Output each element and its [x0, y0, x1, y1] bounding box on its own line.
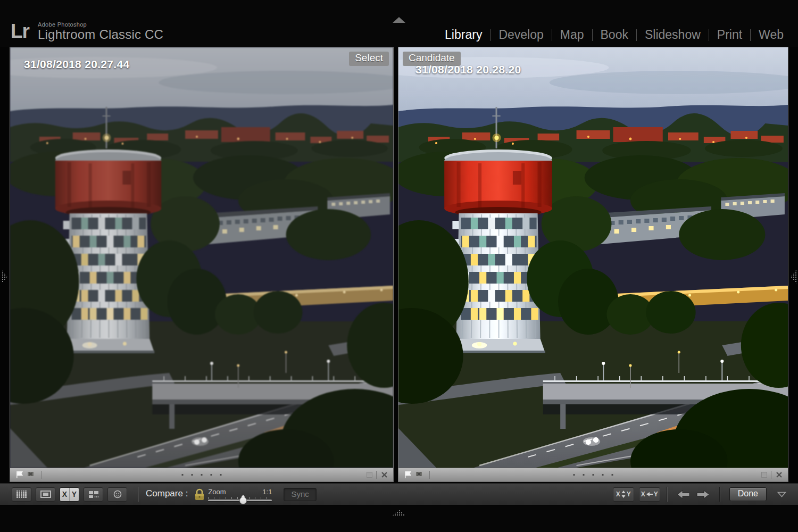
rating-dot[interactable]: [583, 474, 585, 476]
app-identity: Lr Adobe Photoshop Lightroom Classic CC: [11, 21, 163, 41]
module-slideshow[interactable]: Slideshow: [637, 28, 709, 42]
rating-dot[interactable]: [211, 474, 212, 476]
left-arrow-small-icon: [646, 492, 653, 497]
toolbar-divider: [667, 487, 667, 502]
zoom-ratio-label[interactable]: 1:1: [262, 488, 272, 496]
module-develop[interactable]: Develop: [491, 28, 551, 42]
module-print[interactable]: Print: [709, 28, 750, 42]
toolbar-options-icon[interactable]: [777, 492, 786, 497]
compare-y-label: Y: [70, 490, 79, 498]
survey-view-button[interactable]: [84, 487, 103, 502]
lock-icon[interactable]: [194, 488, 205, 501]
candidate-footer-right: [761, 471, 783, 479]
brand-text: Adobe Photoshop Lightroom Classic CC: [38, 21, 163, 41]
bottom-strip: [0, 505, 798, 532]
filmstrip-reveal-icon[interactable]: [392, 510, 406, 516]
rating-dots: [182, 474, 222, 476]
lightroom-window: Lr Adobe Photoshop Lightroom Classic CC …: [0, 0, 798, 532]
compare-view-button[interactable]: X Y: [60, 487, 79, 502]
reject-flag-icon[interactable]: [415, 471, 423, 479]
pick-flag-icon[interactable]: [15, 470, 24, 479]
swap-y-label: Y: [627, 491, 631, 498]
module-library[interactable]: Library: [437, 28, 490, 42]
toolbar-divider: [138, 487, 138, 502]
top-bar: Lr Adobe Photoshop Lightroom Classic CC …: [0, 0, 798, 47]
candidate-image-pane: Candidate 31/08/2018 20.28.20: [398, 47, 788, 482]
toolbar-right-group: X Y X Y: [608, 487, 786, 502]
deselect-icon[interactable]: [775, 471, 783, 479]
zoom-slider: Zoom 1:1: [208, 488, 272, 501]
rating-dot[interactable]: [182, 474, 184, 476]
rating-dot[interactable]: [612, 474, 613, 476]
rating-dot[interactable]: [220, 474, 222, 476]
grid-view-button[interactable]: [12, 487, 31, 502]
flag-controls: [15, 470, 45, 479]
rating-dot[interactable]: [201, 474, 203, 476]
toolbar-divider: [719, 487, 720, 502]
left-panel-reveal-icon[interactable]: [2, 270, 7, 284]
next-arrow-icon: [696, 490, 710, 499]
rating-dot[interactable]: [602, 474, 604, 476]
zoom-slider-thumb[interactable]: [239, 497, 247, 504]
previous-photo-button[interactable]: [677, 490, 690, 499]
survey-view-icon: [88, 491, 99, 498]
bottom-toolbar: X Y Compare :: [0, 483, 798, 505]
compare-view-icon: X Y: [60, 488, 79, 501]
previous-arrow-icon: [677, 490, 690, 499]
grid-view-icon: [16, 491, 27, 498]
loupe-view-icon: [40, 491, 51, 498]
next-photo-button[interactable]: [696, 490, 710, 499]
zoom-label: Zoom: [208, 488, 226, 496]
module-web[interactable]: Web: [751, 28, 792, 42]
module-book[interactable]: Book: [593, 28, 636, 42]
select-timestamp: 31/08/2018 20.27.44: [24, 58, 129, 71]
deselect-icon[interactable]: [380, 471, 388, 479]
rating-dot[interactable]: [192, 474, 193, 476]
flag-controls: [403, 470, 434, 479]
select-photo[interactable]: 31/08/2018 20.27.44 Select: [10, 47, 393, 468]
people-view-icon: [113, 490, 122, 498]
brand-lightroom-classic: Lightroom Classic CC: [38, 28, 163, 41]
candidate-pane-toolbar: [398, 468, 788, 481]
rating-dot[interactable]: [593, 474, 594, 476]
select-pane-toolbar: [10, 468, 393, 481]
compare-x-label: X: [60, 490, 69, 498]
lightroom-logo: Lr: [11, 21, 29, 41]
select-footer-right: [367, 471, 388, 479]
top-panel-collapse-icon[interactable]: [393, 17, 405, 23]
module-map[interactable]: Map: [552, 28, 592, 42]
module-picker: Library Develop Map Book Slideshow Print…: [437, 28, 792, 42]
make-select-button[interactable]: X Y: [639, 487, 660, 502]
pick-flag-icon[interactable]: [403, 470, 412, 479]
fit-toggle-icon[interactable]: [761, 472, 767, 478]
reject-flag-icon[interactable]: [27, 471, 35, 479]
swap-x-label: X: [616, 491, 620, 498]
promote-x-label: X: [641, 491, 645, 498]
compare-label: Compare :: [146, 488, 188, 499]
promote-y-label: Y: [654, 491, 658, 498]
candidate-photo[interactable]: Candidate 31/08/2018 20.28.20: [398, 47, 788, 468]
people-view-button[interactable]: [107, 487, 127, 502]
swap-updown-icon: [621, 491, 626, 498]
sync-button[interactable]: Sync: [284, 488, 316, 501]
swap-select-candidate-button[interactable]: X Y: [613, 487, 634, 502]
footer-divider: [771, 471, 771, 479]
loupe-view-button[interactable]: [36, 487, 55, 502]
candidate-timestamp: 31/08/2018 20.28.20: [415, 63, 521, 76]
rating-dot[interactable]: [573, 474, 575, 476]
footer-divider: [41, 471, 41, 479]
right-panel-reveal-icon[interactable]: [791, 270, 796, 284]
footer-divider: [429, 471, 430, 479]
select-image-pane: 31/08/2018 20.27.44 Select: [10, 47, 394, 482]
footer-divider: [376, 471, 377, 479]
fit-toggle-icon[interactable]: [367, 472, 372, 478]
done-button[interactable]: Done: [729, 487, 767, 501]
select-badge: Select: [349, 52, 389, 66]
rating-dots: [573, 474, 613, 476]
